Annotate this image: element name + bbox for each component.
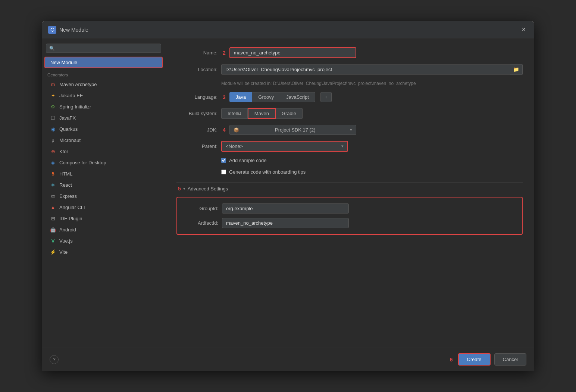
sidebar-item-label: Vue.js (59, 238, 73, 244)
build-btn-group: IntelliJ Maven Gradle (221, 108, 303, 119)
sidebar-item-ktor[interactable]: ⊕ Ktor (44, 146, 163, 157)
onboarding-checkbox[interactable] (221, 170, 226, 174)
sidebar-item-new-module[interactable]: New Module (44, 57, 163, 68)
sidebar-item-label: Vite (59, 249, 68, 255)
sidebar: 🔍 New Module Generators m Maven Archetyp… (42, 38, 165, 348)
maven-icon: m (50, 81, 56, 88)
dialog-footer: ? 6 Create Cancel (42, 348, 534, 371)
jdk-icon: 📦 (234, 127, 239, 133)
language-java-btn[interactable]: Java (229, 92, 252, 102)
sidebar-item-spring-initializr[interactable]: ⚙ Spring Initializr (44, 101, 163, 112)
search-icon: 🔍 (49, 46, 55, 51)
sidebar-item-label: Angular CLI (59, 205, 85, 210)
search-box[interactable]: 🔍 (46, 44, 161, 53)
cancel-button[interactable]: Cancel (494, 353, 526, 366)
dialog-title: New Module (59, 27, 88, 33)
sidebar-item-vite[interactable]: ⚡ Vite (44, 247, 163, 257)
chevron-down-icon: ▾ (183, 186, 185, 191)
sidebar-item-jakarta-ee[interactable]: ✦ Jakarta EE (44, 90, 163, 101)
sample-code-row: Add sample code (221, 158, 523, 163)
parent-dropdown-arrow: ▾ (341, 144, 344, 149)
help-button[interactable]: ? (50, 355, 59, 364)
build-intellij-btn[interactable]: IntelliJ (221, 108, 248, 119)
sidebar-item-quarkus[interactable]: ◉ Quarkus (44, 124, 163, 134)
close-button[interactable]: × (519, 25, 528, 34)
jdk-label: JDK: (176, 127, 217, 133)
dialog-icon: ⬡ (48, 26, 56, 34)
jdk-row: JDK: 4 📦 Project SDK 17 (2) ▾ (176, 125, 523, 135)
advanced-label: Advanced Settings (188, 186, 228, 192)
parent-row: Parent: <None> ▾ (176, 141, 523, 152)
language-add-btn[interactable]: + (320, 92, 332, 102)
sidebar-item-vuejs[interactable]: V Vue.js (44, 235, 163, 246)
language-row: Language: 3 Java Groovy JavaScript + (176, 92, 523, 102)
sidebar-item-maven-archetype[interactable]: m Maven Archetype (44, 79, 163, 89)
sample-code-label: Add sample code (229, 158, 266, 163)
language-groovy-btn[interactable]: Groovy (252, 92, 280, 102)
sidebar-item-react[interactable]: ⚛ React (44, 180, 163, 190)
jdk-select[interactable]: 📦 Project SDK 17 (2) ▾ (229, 125, 356, 135)
advanced-toggle[interactable]: 5 ▾ Advanced Settings (176, 183, 523, 195)
sidebar-item-android[interactable]: 🤖 Android (44, 224, 163, 235)
artifactid-input[interactable] (222, 218, 349, 228)
ide-icon: ⊟ (50, 215, 56, 222)
sidebar-item-javafx[interactable]: ☐ JavaFX (44, 113, 163, 123)
create-button[interactable]: Create (458, 353, 491, 366)
name-input[interactable] (229, 47, 356, 58)
sidebar-item-label: Micronaut (59, 137, 81, 143)
location-input[interactable] (221, 64, 510, 75)
sidebar-item-label: Quarkus (59, 126, 78, 132)
build-maven-btn[interactable]: Maven (248, 108, 276, 119)
angular-icon: ▲ (50, 204, 56, 211)
advanced-fields: GroupId: ArtifactId: (176, 197, 523, 235)
step-badge-5: 5 (178, 186, 181, 192)
language-javascript-btn[interactable]: JavaScript (280, 92, 315, 102)
express-icon: ex (50, 193, 56, 199)
html-icon: 5 (50, 170, 56, 177)
groupid-label: GroupId: (185, 206, 218, 211)
step-badge-6: 6 (450, 353, 453, 366)
location-row: Location: 📁 (176, 64, 523, 75)
name-label: Name: (176, 50, 217, 56)
new-module-dialog: ⬡ New Module × 🔍 New Module Generators m… (42, 21, 534, 371)
jdk-value: Project SDK 17 (2) (275, 127, 315, 133)
sidebar-section-header: Generators (42, 70, 165, 79)
sidebar-item-compose[interactable]: ◈ Compose for Desktop (44, 157, 163, 168)
vite-icon: ⚡ (50, 249, 56, 255)
quarkus-icon: ◉ (50, 126, 56, 132)
build-row: Build system: IntelliJ Maven Gradle (176, 108, 523, 119)
jakarta-icon: ✦ (50, 92, 56, 99)
sidebar-item-label: Jakarta EE (59, 93, 83, 98)
parent-label: Parent: (176, 143, 217, 149)
parent-value: <None> (226, 143, 243, 149)
sidebar-item-label: Android (59, 227, 76, 233)
dialog-titlebar: ⬡ New Module × (42, 21, 534, 38)
vue-icon: V (50, 237, 56, 244)
sample-code-checkbox[interactable] (221, 158, 226, 163)
build-gradle-btn[interactable]: Gradle (276, 108, 303, 119)
location-browse-button[interactable]: 📁 (510, 64, 523, 75)
sidebar-item-html[interactable]: 5 HTML (44, 168, 163, 179)
artifactid-label: ArtifactId: (185, 220, 218, 226)
javafx-icon: ☐ (50, 114, 56, 121)
sidebar-item-label: IDE Plugin (59, 216, 82, 221)
build-label: Build system: (176, 111, 217, 116)
compose-icon: ◈ (50, 159, 56, 166)
jdk-dropdown-arrow: ▾ (350, 127, 352, 132)
ktor-icon: ⊕ (50, 148, 56, 155)
search-input[interactable] (57, 45, 158, 51)
sidebar-item-express[interactable]: ex Express (44, 191, 163, 201)
name-row: Name: 2 (176, 47, 523, 58)
sidebar-item-ide-plugin[interactable]: ⊟ IDE Plugin (44, 213, 163, 224)
advanced-section: 5 ▾ Advanced Settings GroupId: ArtifactI… (176, 182, 523, 235)
location-label: Location: (176, 67, 217, 72)
sidebar-item-label: Express (59, 193, 77, 199)
sidebar-item-angular[interactable]: ▲ Angular CLI (44, 202, 163, 212)
sidebar-item-label: Compose for Desktop (59, 160, 106, 165)
main-content: Name: 2 Location: 📁 Module will be creat… (165, 38, 534, 348)
step-badge-2: 2 (223, 50, 226, 56)
groupid-input[interactable] (222, 203, 349, 214)
sidebar-item-micronaut[interactable]: μ Micronaut (44, 135, 163, 145)
dialog-body: 🔍 New Module Generators m Maven Archetyp… (42, 38, 534, 348)
parent-select[interactable]: <None> ▾ (221, 141, 348, 152)
